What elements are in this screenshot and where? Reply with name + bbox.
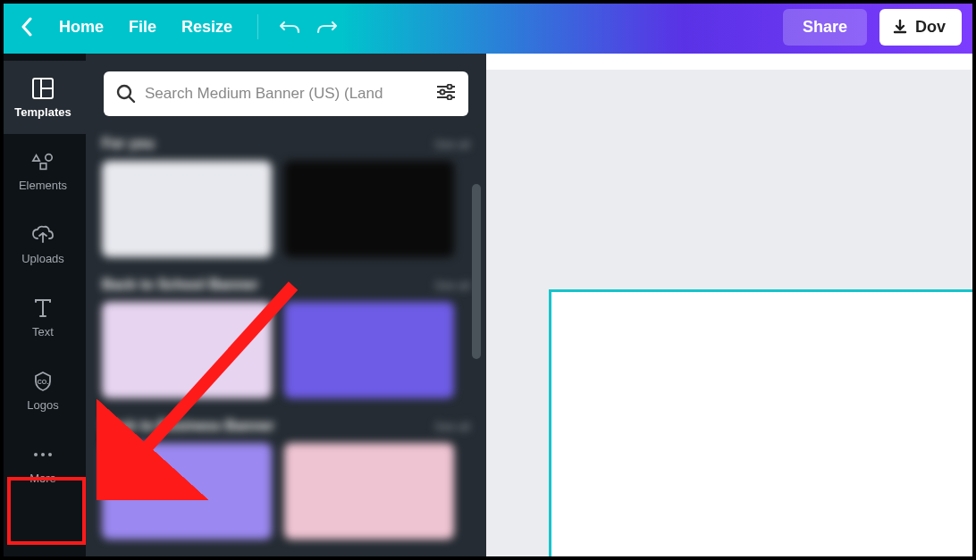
svg-point-6 xyxy=(34,453,38,456)
elements-icon xyxy=(31,150,55,173)
section-title: Back to School Banner xyxy=(102,277,258,293)
canvas[interactable] xyxy=(549,289,976,560)
svg-text:CO.: CO. xyxy=(38,379,49,385)
panel-scrollbar[interactable] xyxy=(472,184,481,359)
redo-icon[interactable] xyxy=(314,13,341,40)
canvas-area xyxy=(486,54,976,560)
svg-point-12 xyxy=(448,85,452,89)
svg-point-16 xyxy=(448,96,452,100)
sidebar-item-label: Uploads xyxy=(21,252,64,265)
uploads-icon xyxy=(31,223,55,247)
sidebar-item-label: Logos xyxy=(27,398,58,412)
search-icon xyxy=(116,84,136,104)
sidebar-item-text[interactable]: Text xyxy=(0,280,86,354)
logos-icon: CO. xyxy=(31,370,55,393)
template-thumb[interactable] xyxy=(284,302,454,398)
main-area: Templates Elements Uploads Text CO. Logo… xyxy=(0,54,976,560)
section-title: Back to Business Banner xyxy=(102,418,274,434)
back-icon[interactable] xyxy=(14,14,39,39)
template-thumb[interactable] xyxy=(102,161,272,257)
download-icon xyxy=(892,19,908,35)
panel-collapse-icon[interactable] xyxy=(483,500,486,527)
share-button[interactable]: Share xyxy=(783,9,867,46)
resize-menu[interactable]: Resize xyxy=(169,11,245,44)
undo-icon[interactable] xyxy=(276,13,303,40)
see-all-link[interactable]: See all xyxy=(434,279,470,292)
sidebar-item-logos[interactable]: CO. Logos xyxy=(0,354,86,427)
home-link[interactable]: Home xyxy=(46,11,116,44)
sidebar-item-label: Templates xyxy=(14,105,71,119)
section-title: For you xyxy=(102,136,155,152)
more-icon xyxy=(31,443,55,466)
file-menu[interactable]: File xyxy=(116,11,169,44)
download-button[interactable]: Dov xyxy=(879,9,962,46)
divider xyxy=(257,14,258,39)
sidebar-item-label: Text xyxy=(32,325,54,339)
svg-rect-4 xyxy=(40,163,46,169)
svg-point-9 xyxy=(118,86,130,98)
download-label: Dov xyxy=(915,18,946,37)
template-thumb[interactable] xyxy=(102,302,272,398)
sidebar-item-label: Elements xyxy=(19,179,67,192)
sidebar-item-uploads[interactable]: Uploads xyxy=(0,207,86,280)
svg-line-10 xyxy=(130,97,134,102)
sidebar: Templates Elements Uploads Text CO. Logo… xyxy=(0,54,86,560)
search-input[interactable] xyxy=(145,85,427,103)
templates-panel: For you See all Back to School Banner Se… xyxy=(86,54,486,560)
svg-point-14 xyxy=(441,90,445,95)
templates-icon xyxy=(31,77,55,100)
filter-icon[interactable] xyxy=(436,84,456,104)
see-all-link[interactable]: See all xyxy=(434,420,470,433)
template-thumb[interactable] xyxy=(284,443,454,539)
template-thumb[interactable] xyxy=(284,161,454,257)
sidebar-item-templates[interactable]: Templates xyxy=(0,61,86,134)
template-thumb[interactable] xyxy=(102,443,272,539)
template-sections: For you See all Back to School Banner Se… xyxy=(86,136,486,539)
svg-point-8 xyxy=(48,453,52,456)
topbar: Home File Resize Share Dov xyxy=(0,0,976,54)
svg-point-7 xyxy=(41,453,45,456)
text-icon xyxy=(31,297,55,320)
sidebar-item-label: More xyxy=(29,472,56,485)
search-bar[interactable] xyxy=(104,71,468,116)
svg-point-3 xyxy=(46,154,52,160)
sidebar-item-more[interactable]: More xyxy=(0,427,86,500)
see-all-link[interactable]: See all xyxy=(434,138,470,151)
sidebar-item-elements[interactable]: Elements xyxy=(0,134,86,207)
